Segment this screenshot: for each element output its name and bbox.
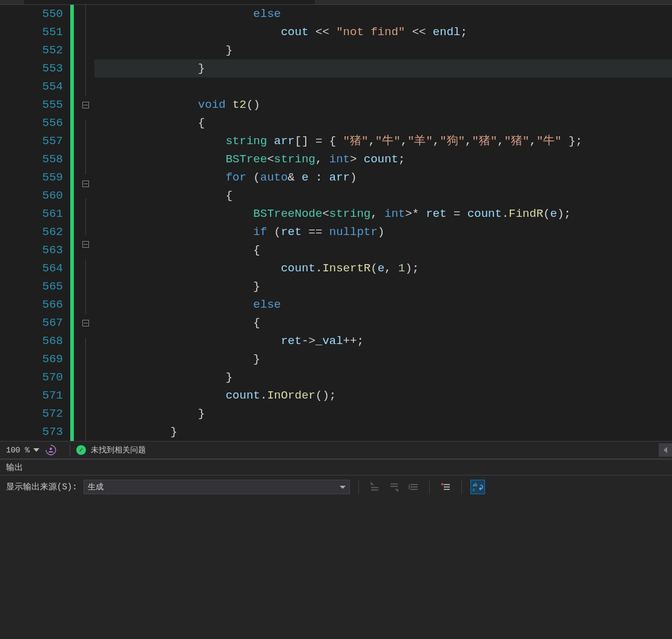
editor-status-bar: 100 % 未找到相关问题 xyxy=(0,441,672,459)
output-panel-title[interactable]: 输出 xyxy=(6,462,23,473)
output-source-value: 生成 xyxy=(88,482,104,492)
output-source-label: 显示输出来源(S): xyxy=(6,482,77,492)
toggle-word-wrap-button[interactable]: ab c xyxy=(470,480,485,494)
code-editor[interactable]: 5505515525535545555565575585595605615625… xyxy=(0,5,672,441)
prev-message-button[interactable] xyxy=(367,480,382,494)
issues-status[interactable]: 未找到相关问题 xyxy=(91,445,146,455)
line-numbers: 5505515525535545555565575585595605615625… xyxy=(10,5,70,441)
svg-text:c: c xyxy=(473,487,475,492)
change-marker xyxy=(70,5,76,441)
fold-column[interactable] xyxy=(76,5,94,441)
next-message-button[interactable] xyxy=(387,480,401,494)
zoom-dropdown-icon[interactable] xyxy=(33,446,41,454)
hscroll-left-icon[interactable] xyxy=(659,443,672,457)
output-panel: 输出 显示输出来源(S): 生成 xyxy=(0,459,672,639)
output-toolbar: 显示输出来源(S): 生成 xyxy=(0,475,672,498)
intellicode-icon[interactable] xyxy=(45,445,56,455)
status-ok-icon[interactable] xyxy=(76,445,86,455)
caret-down-icon xyxy=(340,486,346,489)
zoom-level[interactable]: 100 % xyxy=(0,446,33,455)
tab-inactive[interactable] xyxy=(339,0,630,4)
svg-point-0 xyxy=(50,448,52,450)
output-body[interactable] xyxy=(0,498,672,639)
code-area[interactable]: else cout << "not find" << endl; } } voi… xyxy=(94,5,672,441)
clear-output-button[interactable] xyxy=(438,480,453,494)
tab-active[interactable] xyxy=(24,0,315,4)
clear-all-button[interactable] xyxy=(406,480,421,494)
tab-strip xyxy=(0,0,672,5)
output-source-dropdown[interactable]: 生成 xyxy=(84,480,350,494)
